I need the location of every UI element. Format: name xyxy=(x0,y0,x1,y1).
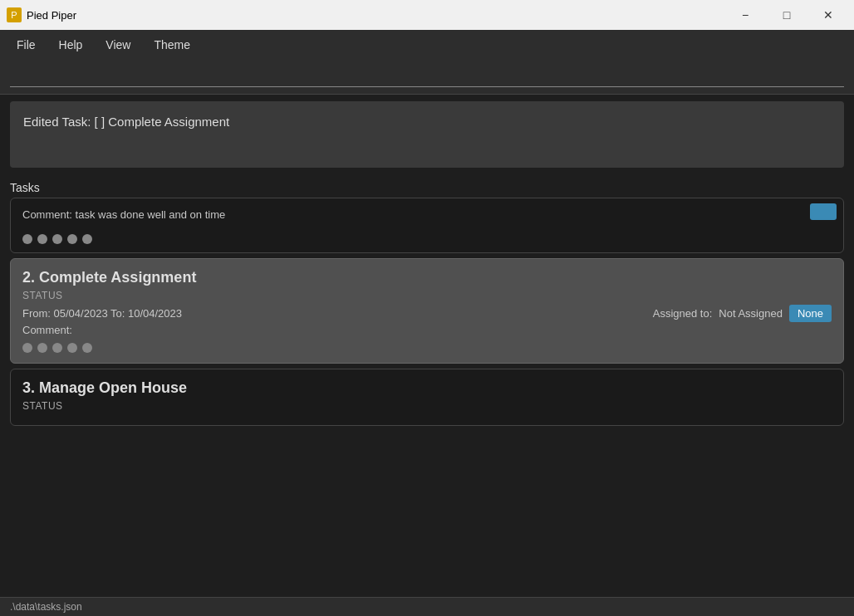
none-button[interactable]: None xyxy=(789,305,832,322)
minimize-button[interactable]: − xyxy=(726,2,764,27)
close-button[interactable]: ✕ xyxy=(809,2,847,27)
dot xyxy=(22,343,32,353)
menu-bar: File Help View Theme xyxy=(0,30,854,60)
tasks-label: Tasks xyxy=(10,181,844,194)
menu-view[interactable]: View xyxy=(96,35,140,55)
menu-theme[interactable]: Theme xyxy=(144,35,200,55)
task-partial-action-button[interactable] xyxy=(810,203,837,220)
status-bar-text: .\data\tasks.json xyxy=(10,601,82,613)
task-2-status: STATUS xyxy=(22,290,832,301)
task-2-title: 2. Complete Assignment xyxy=(22,269,832,286)
menu-help[interactable]: Help xyxy=(49,35,93,55)
status-bar: .\data\tasks.json xyxy=(0,597,854,616)
edited-task-box: Edited Task: [ ] Complete Assignment xyxy=(10,101,844,168)
title-bar-left: P Pied Piper xyxy=(7,7,76,22)
title-bar: P Pied Piper − □ ✕ xyxy=(0,0,854,30)
maximize-button[interactable]: □ xyxy=(768,2,806,27)
dot xyxy=(52,234,62,244)
tasks-section: Tasks Comment: task was done well and on… xyxy=(0,174,854,597)
task-2-assignment: Assigned to: Not Assigned None xyxy=(653,305,832,322)
dot xyxy=(52,343,62,353)
command-input[interactable] xyxy=(10,66,844,87)
task-3-status: STATUS xyxy=(22,400,832,412)
dot xyxy=(37,343,47,353)
task-card-2[interactable]: 2. Complete Assignment STATUS From: 05/0… xyxy=(10,258,844,364)
app-title: Pied Piper xyxy=(27,9,76,22)
task-card-partial: Comment: task was done well and on time xyxy=(10,198,844,253)
edited-task-text: Edited Task: [ ] Complete Assignment xyxy=(23,115,229,129)
task-2-row2: From: 05/04/2023 To: 10/04/2023 Assigned… xyxy=(22,305,832,322)
dot xyxy=(82,343,92,353)
task-partial-comment: Comment: task was done well and on time xyxy=(22,208,832,221)
task-partial-dots xyxy=(22,234,832,244)
app-icon: P xyxy=(7,7,22,22)
tasks-list[interactable]: Comment: task was done well and on time … xyxy=(10,198,844,597)
dot xyxy=(67,234,77,244)
title-controls: − □ ✕ xyxy=(726,2,847,27)
dot xyxy=(22,234,32,244)
command-area xyxy=(0,60,854,95)
menu-file[interactable]: File xyxy=(7,35,46,55)
dot xyxy=(67,343,77,353)
task-2-comment: Comment: xyxy=(22,324,832,336)
task-2-assigned-value: Not Assigned xyxy=(719,307,783,320)
dot xyxy=(37,234,47,244)
app-icon-symbol: P xyxy=(11,10,17,20)
task-card-3[interactable]: 3. Manage Open House STATUS xyxy=(10,369,844,426)
assigned-to-label: Assigned to: xyxy=(653,307,713,320)
task-2-dates: From: 05/04/2023 To: 10/04/2023 xyxy=(22,307,182,320)
dot xyxy=(82,234,92,244)
task-3-title: 3. Manage Open House xyxy=(22,379,832,397)
task-2-dots xyxy=(22,343,832,353)
